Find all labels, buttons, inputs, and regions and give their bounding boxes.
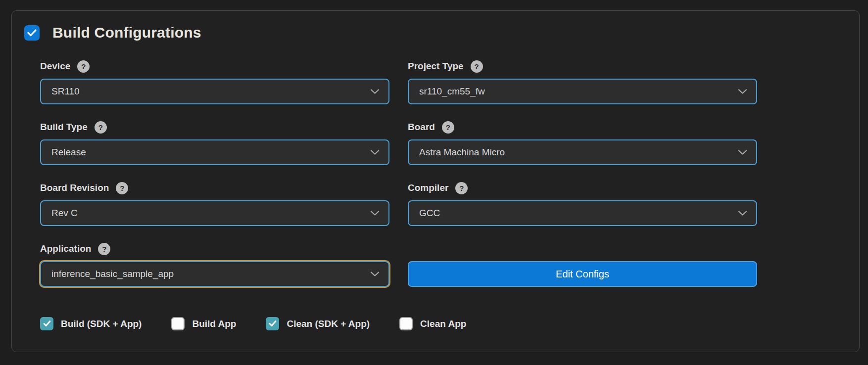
chevron-down-icon	[738, 150, 747, 155]
clean-sdk-app-checkbox[interactable]	[266, 317, 279, 330]
device-label: Device	[40, 61, 70, 72]
checkbox-item-clean-app[interactable]: Clean App	[399, 317, 466, 330]
help-icon[interactable]: ?	[98, 243, 110, 255]
compiler-select-value: GCC	[419, 208, 440, 219]
help-icon[interactable]: ?	[442, 121, 454, 134]
chevron-down-icon	[370, 89, 380, 94]
edit-configs-button[interactable]: Edit Configs	[408, 261, 757, 287]
chevron-down-icon	[370, 150, 380, 155]
chevron-down-icon	[738, 89, 747, 94]
build-type-label: Build Type	[40, 122, 88, 133]
compiler-label: Compiler	[408, 182, 448, 193]
help-icon[interactable]: ?	[116, 182, 128, 194]
device-select[interactable]: SR110	[40, 79, 389, 104]
project-type-select-value: sr110_cm55_fw	[419, 86, 485, 97]
clean-app-checkbox[interactable]	[399, 317, 413, 330]
checkbox-item-clean-sdk-app[interactable]: Clean (SDK + App)	[266, 317, 370, 330]
board-revision-select[interactable]: Rev C	[40, 200, 389, 226]
board-label: Board	[408, 122, 435, 133]
checkbox-item-build-sdk-app[interactable]: Build (SDK + App)	[40, 317, 142, 330]
help-icon[interactable]: ?	[455, 182, 468, 194]
project-type-label: Project Type	[408, 61, 464, 72]
build-config-form: Device ? SR110 Project Type ? sr110_cm55…	[40, 60, 757, 303]
page-title: Build Configurations	[52, 24, 201, 41]
build-app-label: Build App	[192, 319, 236, 329]
build-sdk-app-label: Build (SDK + App)	[61, 319, 142, 329]
panel-header: Build Configurations	[24, 24, 859, 41]
board-select-value: Astra Machina Micro	[419, 147, 505, 158]
clean-sdk-app-label: Clean (SDK + App)	[287, 319, 370, 329]
field-application: Application ? inference_basic_sample_app	[40, 242, 389, 287]
compiler-select[interactable]: GCC	[408, 200, 757, 226]
application-select-value: inference_basic_sample_app	[51, 269, 174, 279]
build-type-select[interactable]: Release	[40, 139, 389, 165]
application-label: Application	[40, 243, 91, 254]
build-configurations-panel: Build Configurations Device ? SR110 Proj…	[11, 10, 860, 352]
field-board: Board ? Astra Machina Micro	[408, 121, 757, 165]
build-options-row: Build (SDK + App) Build App Clean (SDK +…	[40, 317, 859, 330]
check-icon	[27, 29, 37, 37]
check-icon	[269, 320, 277, 327]
build-app-checkbox[interactable]	[171, 317, 185, 330]
board-revision-select-value: Rev C	[51, 208, 78, 219]
checkbox-item-build-app[interactable]: Build App	[171, 317, 236, 330]
board-revision-label: Board Revision	[40, 182, 109, 193]
field-device: Device ? SR110	[40, 60, 389, 104]
application-select[interactable]: inference_basic_sample_app	[40, 261, 389, 287]
chevron-down-icon	[370, 272, 380, 277]
help-icon[interactable]: ?	[471, 60, 483, 73]
device-select-value: SR110	[51, 86, 80, 97]
chevron-down-icon	[370, 211, 380, 216]
chevron-down-icon	[738, 211, 747, 216]
build-configurations-checkbox[interactable]	[24, 25, 40, 41]
field-board-revision: Board Revision ? Rev C	[40, 182, 389, 226]
check-icon	[43, 320, 51, 327]
project-type-select[interactable]: sr110_cm55_fw	[408, 79, 757, 104]
build-type-select-value: Release	[51, 147, 86, 158]
field-build-type: Build Type ? Release	[40, 121, 389, 165]
field-compiler: Compiler ? GCC	[408, 182, 757, 226]
build-sdk-app-checkbox[interactable]	[40, 317, 53, 330]
help-icon[interactable]: ?	[77, 60, 90, 73]
help-icon[interactable]: ?	[95, 121, 107, 134]
clean-app-label: Clean App	[420, 319, 466, 329]
edit-configs-cell: Edit Configs	[408, 242, 757, 287]
field-project-type: Project Type ? sr110_cm55_fw	[408, 60, 757, 104]
board-select[interactable]: Astra Machina Micro	[408, 139, 757, 165]
